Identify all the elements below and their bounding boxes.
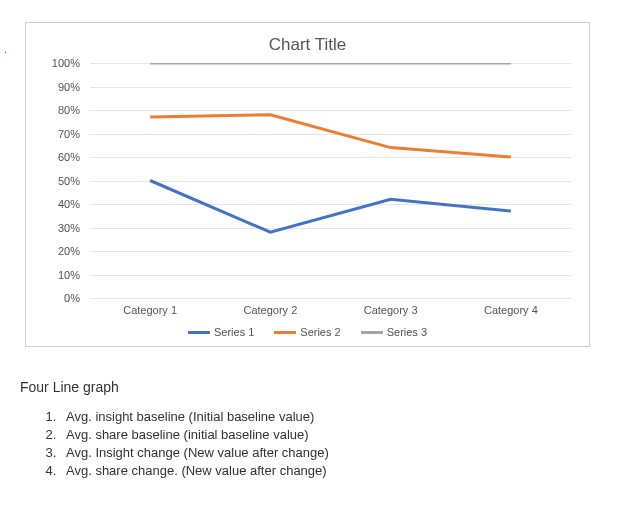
- legend-label: Series 1: [214, 326, 254, 338]
- chart-panel: Chart Title 0%10%20%30%40%50%60%70%80%90…: [25, 22, 590, 347]
- x-tick-label: Category 2: [210, 304, 330, 316]
- y-tick-label: 40%: [58, 198, 80, 210]
- legend-label: Series 2: [300, 326, 340, 338]
- series-line: [150, 115, 511, 157]
- x-tick-label: Category 4: [451, 304, 571, 316]
- notes-list: Avg. insight baseline (Initial baseline …: [60, 409, 612, 478]
- y-tick-label: 0%: [64, 292, 80, 304]
- legend-swatch: [188, 331, 210, 334]
- x-axis: Category 1Category 2Category 3Category 4: [90, 304, 571, 316]
- list-item: Avg. Insight change (New value after cha…: [60, 445, 612, 460]
- y-axis: 0%10%20%30%40%50%60%70%80%90%100%: [40, 63, 86, 298]
- legend-swatch: [274, 331, 296, 334]
- below-chart-section: Four Line graph Avg. insight baseline (I…: [20, 379, 612, 478]
- decoration-dot: .: [4, 44, 8, 45]
- list-item: Avg. share change. (New value after chan…: [60, 463, 612, 478]
- y-tick-label: 20%: [58, 245, 80, 257]
- section-title: Four Line graph: [20, 379, 612, 395]
- y-tick-label: 80%: [58, 104, 80, 116]
- plot-area: 0%10%20%30%40%50%60%70%80%90%100%: [90, 63, 571, 298]
- list-item: Avg. insight baseline (Initial baseline …: [60, 409, 612, 424]
- chart-title: Chart Title: [34, 31, 581, 63]
- list-item: Avg. share baseline (initial baseline va…: [60, 427, 612, 442]
- legend-item: Series 3: [361, 326, 427, 338]
- gridline: [90, 298, 571, 299]
- y-tick-label: 60%: [58, 151, 80, 163]
- legend-label: Series 3: [387, 326, 427, 338]
- x-tick-label: Category 3: [331, 304, 451, 316]
- series-line: [150, 181, 511, 233]
- chart-lines: [90, 63, 571, 298]
- y-tick-label: 30%: [58, 222, 80, 234]
- legend-item: Series 2: [274, 326, 340, 338]
- legend-item: Series 1: [188, 326, 254, 338]
- y-tick-label: 90%: [58, 81, 80, 93]
- y-tick-label: 10%: [58, 269, 80, 281]
- x-tick-label: Category 1: [90, 304, 210, 316]
- y-tick-label: 50%: [58, 175, 80, 187]
- legend: Series 1Series 2Series 3: [34, 326, 581, 338]
- y-tick-label: 100%: [52, 57, 80, 69]
- legend-swatch: [361, 331, 383, 334]
- y-tick-label: 70%: [58, 128, 80, 140]
